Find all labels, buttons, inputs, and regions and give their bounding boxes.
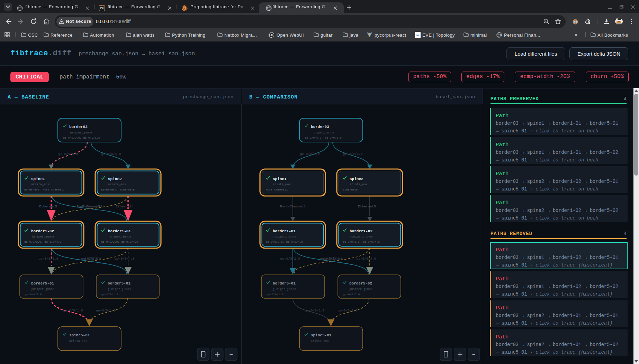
svg-text:spine1: spine1 xyxy=(31,177,45,181)
svg-text:border5-01: border5-01 xyxy=(31,281,54,286)
svg-text:border03: border03 xyxy=(69,125,88,129)
svg-text:juniper_junos: juniper_junos xyxy=(349,288,372,291)
svg-text:juniper_junos: juniper_junos xyxy=(31,288,54,291)
svg-text:ge-0/0/1.0: ge-0/0/1.0 xyxy=(343,293,360,296)
svg-text:spine5-01: spine5-01 xyxy=(69,333,90,337)
svg-text:Ethernet5: Ethernet5 xyxy=(39,205,57,208)
svg-text:ge-0/0/1.0: ge-0/0/1.0 xyxy=(338,309,357,312)
svg-text:juniper_junos: juniper_junos xyxy=(69,131,92,134)
svg-text:ge-0/0/2.0, ge-0/0/4.0: ge-0/0/2.0, ge-0/0/4.0 xyxy=(266,240,303,243)
svg-text:ge-0/0/4.0: ge-0/0/4.0 xyxy=(115,257,134,261)
svg-text:border03: border03 xyxy=(311,125,329,129)
svg-text:spine5-01: spine5-01 xyxy=(311,333,332,337)
svg-text:ge-0/0/1.0: ge-0/0/1.0 xyxy=(343,152,362,156)
svg-text:spine1: spine1 xyxy=(273,177,287,181)
svg-text:ge-0/0/0.0: ge-0/0/0.0 xyxy=(58,152,78,156)
svg-text:border1-01: border1-01 xyxy=(108,229,131,233)
svg-text:juniper_junos: juniper_junos xyxy=(273,235,296,239)
svg-text:eve: eve xyxy=(416,34,420,37)
svg-text:ge-0/0/0.0: ge-0/0/0.0 xyxy=(300,152,320,156)
svg-text:border1-02: border1-02 xyxy=(31,229,54,233)
svg-text:juniper_junos: juniper_junos xyxy=(273,288,296,291)
svg-text:juniper_junos: juniper_junos xyxy=(108,235,131,239)
svg-text:ge-0/0/3.0, ge-0/0/4.0: ge-0/0/3.0, ge-0/0/4.0 xyxy=(343,240,380,243)
svg-text:arista_eos: arista_eos xyxy=(69,339,87,343)
svg-text:ge-0/0/4.0: ge-0/0/4.0 xyxy=(356,257,376,261)
svg-text:Ethernet5: Ethernet5 xyxy=(82,205,100,208)
svg-text:ge-0/0/1.0: ge-0/0/1.0 xyxy=(63,309,83,312)
svg-text:ge-0/0/2.0, ge-0/0/4.0: ge-0/0/2.0, ge-0/0/4.0 xyxy=(101,240,138,243)
svg-text:arista_eos: arista_eos xyxy=(350,183,368,186)
svg-text:ge-0/0/0.0, ge-0/0/1.0: ge-0/0/0.0, ge-0/0/1.0 xyxy=(305,136,342,139)
svg-text:Ethernet5, Port-Channel1: Ethernet5, Port-Channel1 xyxy=(24,188,65,191)
svg-text:ge-0/0/1.0: ge-0/0/1.0 xyxy=(267,293,284,296)
svg-text:ge-0/0/4.0: ge-0/0/4.0 xyxy=(323,257,342,261)
svg-text:ge-0/0/3.0, ge-0/0/4.0: ge-0/0/3.0, ge-0/0/4.0 xyxy=(24,240,61,243)
svg-text:border1-02: border1-02 xyxy=(350,229,372,233)
svg-text:Ethernet4: Ethernet4 xyxy=(116,205,134,208)
svg-text:ge-0/0/1.0: ge-0/0/1.0 xyxy=(101,152,121,156)
svg-text:ge-0/0/0.0, ge-0/0/1.0: ge-0/0/0.0, ge-0/0/1.0 xyxy=(63,136,100,139)
svg-text:arista_eos: arista_eos xyxy=(273,183,291,186)
svg-text:juniper_junos: juniper_junos xyxy=(108,288,131,291)
svg-text:spine2: spine2 xyxy=(350,177,363,181)
svg-text:Port-Channel1: Port-Channel1 xyxy=(266,188,288,191)
svg-text:Ethernet5: Ethernet5 xyxy=(358,205,376,208)
svg-text:Port-Channel1: Port-Channel1 xyxy=(280,205,306,208)
svg-text:spine2: spine2 xyxy=(108,177,122,181)
svg-text:ge-0/0/1.0: ge-0/0/1.0 xyxy=(101,293,118,296)
svg-text:arista_eos: arista_eos xyxy=(31,183,49,186)
svg-text:border5-02: border5-02 xyxy=(349,281,372,286)
svg-text:arista_eos: arista_eos xyxy=(108,183,126,186)
svg-text:Ethernet4, Ethernet5: Ethernet4, Ethernet5 xyxy=(101,188,135,191)
svg-text:ge-0/0/1.0: ge-0/0/1.0 xyxy=(305,309,324,312)
svg-text:ge-0/0/3.0: ge-0/0/3.0 xyxy=(38,257,58,261)
svg-text:border5-01: border5-01 xyxy=(273,281,296,286)
svg-text:Ethernet5: Ethernet5 xyxy=(343,188,358,191)
svg-text:border1-01: border1-01 xyxy=(273,229,296,233)
svg-text:ge-0/0/2.0: ge-0/0/2.0 xyxy=(280,257,300,261)
svg-text:ge-0/0/4.0: ge-0/0/4.0 xyxy=(81,257,101,261)
svg-text:juniper_junos: juniper_junos xyxy=(31,235,54,239)
svg-text:juniper_junos: juniper_junos xyxy=(350,235,373,239)
svg-text:juniper_junos: juniper_junos xyxy=(311,131,334,134)
svg-text:ge-0/0/1.0: ge-0/0/1.0 xyxy=(25,293,42,296)
svg-text:ge-0/0/1.0: ge-0/0/1.0 xyxy=(96,309,116,312)
svg-text:border5-02: border5-02 xyxy=(108,281,130,286)
svg-text:arista_eos: arista_eos xyxy=(311,339,329,343)
